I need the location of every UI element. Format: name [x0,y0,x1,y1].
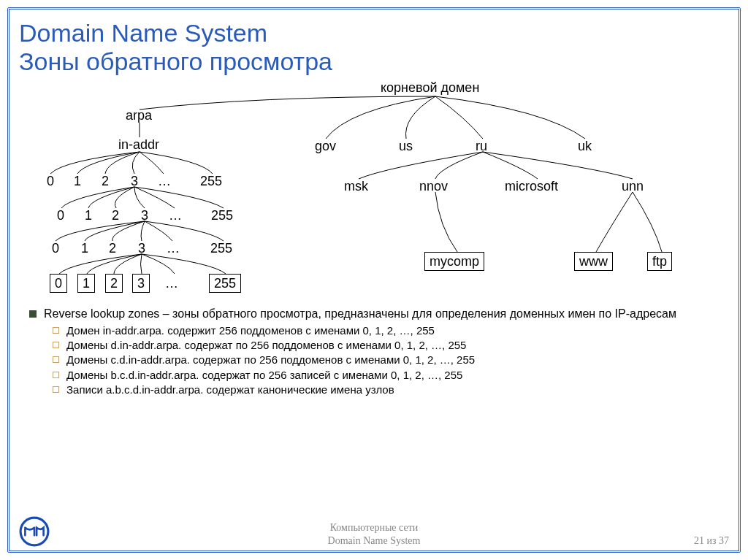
octet2-dots: … [169,208,182,223]
node-arpa: arpa [126,108,152,123]
octet2-3: 3 [141,208,148,223]
leaf-box-255: 255 [209,274,241,293]
leaf-box-2: 2 [105,274,123,293]
leaf-ftp: ftp [647,252,672,271]
leaf-www: www [574,252,613,271]
octet2-1: 1 [85,208,92,223]
sub-microsoft: microsoft [505,179,558,193]
bullet-hollow-icon [53,386,59,393]
octet2-0: 0 [57,208,64,223]
sub-bullet-0: Домен in-addr.arpa. содержит 256 поддоме… [66,324,435,337]
node-inaddr: in-addr [118,137,159,152]
tld-uk: uk [578,139,592,153]
sub-unn: unn [622,179,644,193]
sub-bullet-1: Домены d.in-addr.arpa. содержат по 256 п… [66,339,466,352]
octet2-255: 255 [211,208,233,223]
title-line2: Зоны обратного просмотра [19,47,332,75]
octet1-2: 2 [102,174,109,188]
bullet-hollow-icon [53,372,59,378]
footer-line1: Компьютерные сети [328,521,421,534]
octet1-3: 3 [131,174,138,188]
tld-us: us [399,139,413,153]
footer: Компьютерные сети Domain Name System 21 … [19,516,729,547]
tld-gov: gov [315,139,336,153]
octet2-2: 2 [112,208,119,223]
unn-logo-icon [19,516,50,547]
bullet-hollow-icon [53,356,59,363]
page-number: 21 из 37 [694,535,729,547]
sub-msk: msk [344,179,368,193]
octet3-3: 3 [138,241,145,256]
tld-ru: ru [476,139,487,153]
sub-nnov: nnov [419,179,448,193]
octet3-1: 1 [81,241,88,256]
slide-title: Domain Name System Зоны обратного просмо… [19,19,729,76]
tree-lines [19,80,698,307]
root-label: корневой домен [381,80,479,95]
bullet-hollow-icon [53,327,59,334]
sub-bullet-3: Домены b.c.d.in-addr.arpa. содержат по 2… [66,369,462,382]
octet1-1: 1 [74,174,81,188]
octet1-0: 0 [47,174,54,188]
octet3-0: 0 [52,241,59,256]
bullet-list: Reverse lookup zones – зоны обратного пр… [29,307,729,396]
leaf-box-0: 0 [50,274,67,293]
bullet-hollow-icon [53,342,59,348]
octet1-255: 255 [200,174,222,188]
octet1-dots: … [158,174,171,188]
footer-line2: Domain Name System [328,534,421,548]
bullet-square-icon [29,310,37,318]
octet3-255: 255 [210,241,232,256]
sub-bullet-2: Домены c.d.in-addr.arpa. содержат по 256… [66,353,475,367]
leaf-mycomp: mycomp [424,252,484,271]
octet3-2: 2 [109,241,116,256]
leaf-box-3: 3 [132,274,150,293]
bullet-main: Reverse lookup zones – зоны обратного пр… [44,307,676,321]
sub-bullet-4: Записи a.b.c.d.in-addr.arpa. содержат ка… [66,383,394,396]
title-line1: Domain Name System [19,19,267,47]
octet3-dots: … [167,241,180,256]
dns-tree-diagram: корневой домен arpa in-addr 0 1 2 3 … 25… [19,80,698,307]
leaf-dots: … [165,276,178,291]
leaf-box-1: 1 [77,274,95,293]
